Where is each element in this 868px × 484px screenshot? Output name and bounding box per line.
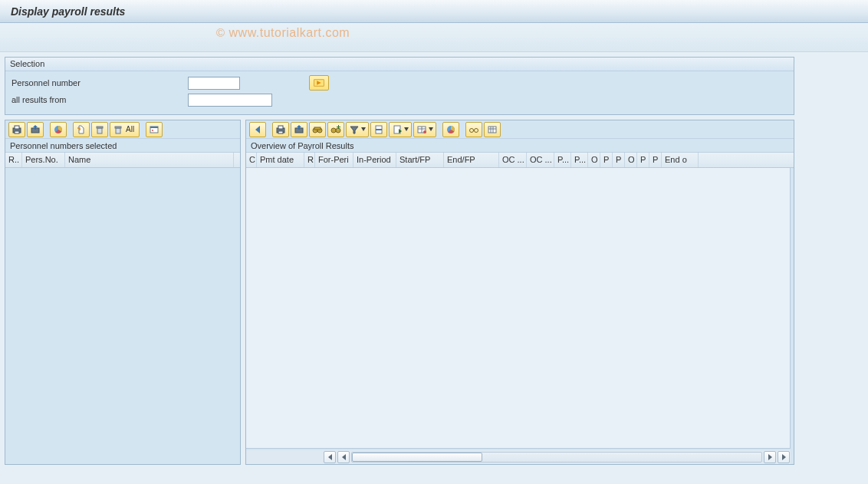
all-results-input[interactable] [188,94,272,107]
dropdown-caret-icon [360,127,366,132]
scroll-track[interactable] [351,452,762,463]
scroll-thumb[interactable] [352,453,482,462]
svg-rect-7 [35,127,36,130]
layout-button-r[interactable] [413,122,436,137]
svg-rect-25 [314,127,321,130]
table-column[interactable]: Start/FP [396,153,444,167]
ribbon-area [0,23,868,52]
svg-marker-16 [255,126,260,133]
delete-button[interactable] [91,122,108,137]
right-grid: CPmt dateRFor-PeriIn-PeriodStart/FPEnd/F… [246,152,794,464]
selection-title: Selection [5,58,794,71]
table-column[interactable]: End/FP [444,153,499,167]
delete-all-button[interactable]: All [110,122,140,137]
left-panel-subtitle: Personnel numbers selected [5,139,240,152]
arrow-left-icon [252,124,263,135]
graphic-button[interactable] [50,122,67,137]
scroll-right-button[interactable] [764,451,776,463]
sum-button[interactable] [370,122,387,137]
left-grid-body [5,168,240,464]
right-panel: Overview of Payroll Results CPmt dateRFo… [245,120,794,465]
grid-settings-button[interactable] [484,122,501,137]
scroll-left-button[interactable] [337,451,350,463]
display-log-button[interactable] [465,122,482,137]
export-button-r[interactable] [291,122,307,137]
pie-chart-icon [53,124,64,135]
sheet-export-icon [392,124,403,135]
page-title: Display payroll results [11,5,125,18]
table-column[interactable]: R [304,153,315,167]
print-button-r[interactable] [272,122,289,137]
scroll-last-button[interactable] [778,451,790,463]
multiple-selection-button[interactable] [309,75,329,91]
layout-button[interactable] [146,122,163,137]
expand-button[interactable] [73,122,90,137]
left-grid-header: R..Pers.No.Name [5,153,240,168]
selection-row-personnel: Personnel number [12,74,787,91]
svg-point-44 [475,128,478,132]
arrow-right-icon [314,78,324,87]
trash-icon [94,124,105,135]
selection-groupbox: Selection Personnel number all results f… [5,57,794,115]
scroll-first-button[interactable] [324,451,336,463]
back-button[interactable] [249,122,266,137]
personnel-number-label: Personnel number [12,78,188,87]
svg-marker-41 [429,127,433,131]
table-column[interactable]: O [588,153,600,167]
filter-icon [349,124,360,135]
svg-rect-3 [15,126,19,129]
filter-button[interactable] [346,122,369,137]
svg-rect-18 [278,126,283,129]
svg-point-40 [423,130,426,133]
svg-marker-36 [404,127,409,131]
table-column[interactable]: OC ... [527,153,554,167]
table-column[interactable]: C [246,153,257,167]
table-column[interactable]: OC ... [499,153,527,167]
svg-rect-11 [116,128,120,133]
table-column[interactable]: Pmt date [257,153,304,167]
left-toolbar: All [5,120,240,139]
table-column[interactable]: P [637,153,649,167]
dropdown-caret-icon [427,127,433,132]
svg-rect-33 [376,129,382,130]
table-column[interactable]: P... [554,153,571,167]
find-button[interactable] [309,122,326,137]
graphic-button-r[interactable] [442,122,459,137]
left-grid: R..Pers.No.Name [5,152,240,464]
table-icon [487,124,498,135]
print-button[interactable] [8,122,25,137]
svg-rect-9 [97,128,102,133]
export-button[interactable] [27,122,44,137]
table-column[interactable]: For-Peri [315,153,353,167]
table-column[interactable]: End o [662,153,699,167]
svg-rect-29 [337,127,340,127]
table-column[interactable]: Name [65,153,234,167]
svg-rect-4 [15,131,19,133]
export-icon [30,124,41,135]
export-local-button[interactable] [389,122,412,137]
find-next-button[interactable] [327,122,344,137]
table-column[interactable]: P [613,153,625,167]
table-column[interactable]: In-Period [353,153,396,167]
svg-point-43 [470,128,474,132]
svg-marker-30 [350,127,358,133]
table-column[interactable]: Pers.No. [22,153,65,167]
right-grid-header: CPmt dateRFor-PeriIn-PeriodStart/FPEnd/F… [246,153,794,168]
delete-all-label: All [123,125,136,133]
table-column[interactable]: R.. [5,153,22,167]
all-results-label: all results from [12,95,188,104]
right-toolbar [246,120,794,139]
table-column[interactable]: P... [571,153,588,167]
glasses-icon [469,124,479,135]
print-icon [12,124,22,135]
right-panel-subtitle: Overview of Payroll Results [246,139,794,152]
svg-point-15 [152,130,153,131]
expand-icon [76,124,87,135]
table-column[interactable]: P [600,153,613,167]
right-grid-body [246,168,791,449]
svg-marker-31 [361,127,366,131]
table-column[interactable]: O [625,153,637,167]
personnel-number-input[interactable] [188,77,240,90]
table-column[interactable]: P [649,153,662,167]
svg-rect-12 [115,127,121,128]
